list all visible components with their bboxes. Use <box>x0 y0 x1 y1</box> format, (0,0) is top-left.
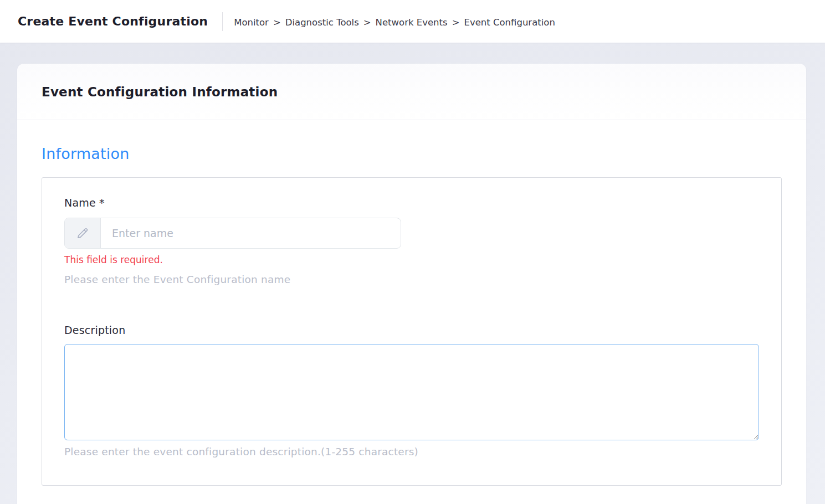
header-divider <box>222 12 223 31</box>
breadcrumb-item-monitor[interactable]: Monitor <box>234 17 269 28</box>
description-hint-text: Please enter the event configuration des… <box>64 446 759 457</box>
breadcrumb-item-diagnostic-tools[interactable]: Diagnostic Tools <box>285 17 359 28</box>
event-configuration-card: Event Configuration Information Informat… <box>17 64 806 504</box>
breadcrumb-item-network-events[interactable]: Network Events <box>376 17 448 28</box>
breadcrumb-separator: > <box>452 17 460 28</box>
pencil-icon <box>65 218 101 248</box>
information-form-box: Name * This field is required. Please en… <box>42 177 782 486</box>
card-header-title: Event Configuration Information <box>42 85 278 99</box>
name-hint-text: Please enter the Event Configuration nam… <box>64 274 759 285</box>
section-title-information: Information <box>42 145 782 162</box>
name-input[interactable] <box>101 218 401 248</box>
card-header: Event Configuration Information <box>17 64 806 120</box>
card-body: Information Name * This fiel <box>17 120 806 504</box>
description-textarea[interactable] <box>64 344 759 440</box>
description-label: Description <box>64 324 125 336</box>
top-header-bar: Create Event Configuration Monitor > Dia… <box>0 0 825 43</box>
main-content: Event Configuration Information Informat… <box>0 43 825 504</box>
breadcrumb: Monitor > Diagnostic Tools > Network Eve… <box>234 16 555 28</box>
name-error-message: This field is required. <box>64 254 759 265</box>
breadcrumb-separator: > <box>363 17 371 28</box>
breadcrumb-item-event-configuration[interactable]: Event Configuration <box>464 17 555 28</box>
name-input-group <box>64 218 401 249</box>
page-title: Create Event Configuration <box>18 14 208 28</box>
name-field-block: Name * This field is required. Please en… <box>64 197 759 285</box>
name-label: Name * <box>64 197 105 209</box>
breadcrumb-separator: > <box>273 17 281 28</box>
description-field-block: Description Please enter the event confi… <box>64 324 759 457</box>
